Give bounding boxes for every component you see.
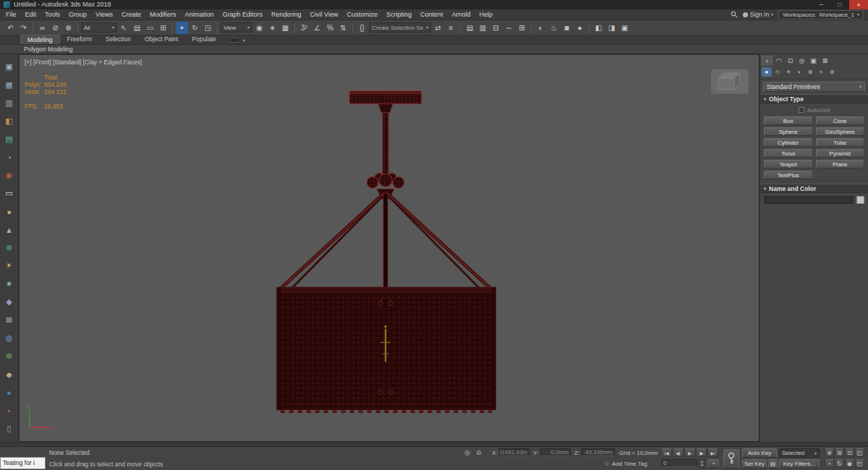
angle-snap-icon[interactable]: ∠: [311, 22, 323, 34]
reference-coordinate-dropdown[interactable]: View▾: [221, 22, 252, 33]
schematic-view-icon[interactable]: ⊞: [516, 22, 528, 34]
shapes-category[interactable]: ◇: [773, 67, 783, 77]
menu-item[interactable]: Animation: [180, 9, 218, 20]
object-type-rollout[interactable]: ▾ Object Type: [760, 94, 868, 103]
tools-icon[interactable]: ⊠: [1, 311, 17, 329]
hierarchy-tab[interactable]: ⊡: [785, 56, 796, 66]
snowflake-icon[interactable]: ∗: [1, 275, 17, 293]
undo-icon[interactable]: ↶: [4, 22, 17, 34]
orbit-icon[interactable]: ↻: [835, 459, 844, 468]
app-logo-icon[interactable]: [4, 1, 10, 8]
named-selection-icon[interactable]: {}: [356, 22, 368, 34]
viewport-label[interactable]: [+] [Front] [Standard] [Clay + Edged Fac…: [25, 59, 142, 66]
unlink-selection-icon[interactable]: ⊘: [49, 22, 61, 34]
ribbon-tab[interactable]: Modeling: [20, 35, 60, 44]
gem-icon[interactable]: ◆: [1, 293, 17, 311]
primitive-button[interactable]: Sphere: [764, 127, 813, 136]
primitive-button[interactable]: Pyramid: [816, 149, 865, 158]
chevron-down-icon[interactable]: ▾: [243, 38, 245, 43]
set-keys-button[interactable]: [723, 449, 739, 469]
play-icon[interactable]: ▶: [684, 448, 695, 457]
key-filter-dropdown[interactable]: Selected ▾: [779, 448, 820, 458]
motion-tab[interactable]: ◎: [796, 56, 807, 66]
go-to-start-icon[interactable]: |◀: [661, 448, 672, 457]
record-icon[interactable]: ◉: [1, 166, 17, 184]
select-and-move-icon[interactable]: +: [176, 22, 188, 34]
current-frame-field[interactable]: 0: [661, 459, 697, 467]
use-pivot-center-icon[interactable]: ◉: [253, 22, 265, 34]
window-crossing-icon[interactable]: ⊞: [157, 22, 169, 34]
chip-icon[interactable]: ▪: [1, 401, 17, 419]
space-warps-category[interactable]: ≈: [816, 67, 826, 77]
select-and-rotate-icon[interactable]: ↻: [189, 22, 201, 34]
viewport-canvas[interactable]: x y: [20, 55, 759, 441]
add-time-tag[interactable]: Add Time Tag: [612, 461, 647, 467]
snap-toggle-icon[interactable]: 3²: [298, 22, 310, 34]
select-and-scale-icon[interactable]: ◳: [202, 22, 214, 34]
menu-item[interactable]: Scripting: [382, 9, 416, 20]
ribbon-tab[interactable]: Selection: [99, 35, 137, 44]
isolate-selection-icon[interactable]: ◎: [464, 449, 470, 456]
named-selection-set-field[interactable]: Create Selection Se▾: [369, 22, 431, 33]
object-name-field[interactable]: [764, 196, 854, 204]
workspace-icon[interactable]: ▣: [618, 22, 631, 34]
selection-region-icon[interactable]: ▭: [144, 22, 156, 34]
name-and-color-rollout[interactable]: ▾ Name and Color: [760, 184, 868, 193]
menu-item[interactable]: Group: [64, 9, 91, 20]
clock-icon[interactable]: ◔: [1, 148, 17, 166]
state-sets-icon[interactable]: ◨: [605, 22, 618, 34]
next-frame-icon[interactable]: |▶: [696, 448, 707, 457]
systems-category[interactable]: ⊛: [827, 67, 837, 77]
menu-item[interactable]: Views: [91, 9, 117, 20]
flower-icon[interactable]: ⊛: [1, 239, 17, 257]
menu-item[interactable]: Edit: [21, 9, 41, 20]
autogrid-checkbox[interactable]: [799, 107, 804, 113]
set-key-button[interactable]: Set Key: [742, 459, 767, 469]
primitive-button[interactable]: Cylinder: [764, 138, 813, 147]
ribbon-tab[interactable]: Freeform: [61, 35, 98, 44]
render-production-icon[interactable]: ●: [574, 22, 586, 34]
primitive-button[interactable]: TextPlus: [764, 171, 813, 179]
redo-icon[interactable]: ↷: [17, 22, 30, 34]
modify-tab[interactable]: ◠: [773, 56, 784, 66]
maximize-viewport-icon[interactable]: ◰: [855, 459, 864, 468]
polygon-modeling-panel[interactable]: Polygon Modeling: [0, 46, 73, 53]
helpers-category[interactable]: ⊕: [805, 67, 815, 77]
mirror-icon[interactable]: ⇄: [432, 22, 444, 34]
cone-tool-icon[interactable]: ▲: [1, 221, 17, 239]
material-editor-icon[interactable]: ◐: [535, 22, 547, 34]
geometry-category[interactable]: ●: [762, 67, 772, 77]
time-configuration-icon[interactable]: ◔: [707, 459, 719, 468]
ribbon-tab[interactable]: Object Paint: [138, 35, 184, 44]
utilities-tab[interactable]: ⊠: [820, 56, 830, 66]
primitive-button[interactable]: Torus: [764, 149, 813, 158]
panel-icon[interactable]: ▯: [1, 419, 17, 437]
primitive-button[interactable]: GeoSphere: [816, 127, 865, 136]
maxscript-mini-listener[interactable]: Teating for i: [0, 457, 46, 469]
auto-key-button[interactable]: Auto Key: [742, 448, 777, 458]
lights-category[interactable]: ☀: [783, 67, 793, 77]
previous-frame-icon[interactable]: ◀|: [673, 448, 684, 457]
primitive-button[interactable]: Cone: [816, 116, 865, 125]
primitive-button[interactable]: Plane: [816, 160, 865, 168]
viewport[interactable]: x y [+] [Front] [Standard] [Clay + Edged…: [19, 54, 760, 442]
sign-in-button[interactable]: Sign In ▾: [743, 11, 773, 18]
primitives-dropdown[interactable]: Standard Primitives ▾: [763, 82, 865, 92]
menu-item[interactable]: Content: [416, 9, 448, 20]
bind-to-space-warp-icon[interactable]: ⊗: [62, 22, 75, 34]
render-preview-icon[interactable]: ▦: [1, 76, 17, 94]
sphere-tool-icon[interactable]: ●: [1, 202, 17, 221]
ribbon-toggle-icon[interactable]: ⊟: [490, 22, 502, 34]
z-coordinate-field[interactable]: -45,195mm: [582, 448, 615, 456]
menu-item[interactable]: Create: [117, 9, 145, 20]
keyboard-shortcut-icon[interactable]: ▤: [768, 459, 778, 469]
menu-item[interactable]: Modifiers: [145, 9, 181, 20]
pan-icon[interactable]: +: [825, 459, 834, 468]
align-icon[interactable]: ≡: [445, 22, 457, 34]
ribbon-minimize-toggle[interactable]: [229, 38, 240, 43]
selection-filter-dropdown[interactable]: All▾: [81, 22, 117, 33]
ribbon-tab[interactable]: Populate: [185, 35, 223, 44]
y-coordinate-field[interactable]: 0,0mm: [540, 448, 571, 456]
select-object-icon[interactable]: ↖: [118, 22, 130, 34]
maximize-button[interactable]: □: [830, 0, 849, 9]
